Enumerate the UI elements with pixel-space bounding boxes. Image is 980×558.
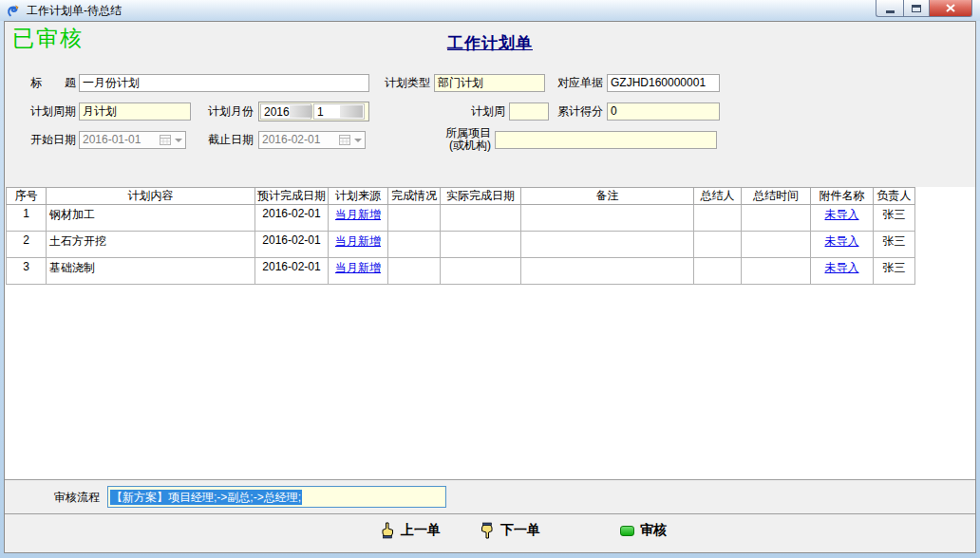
- hand-up-icon: [380, 522, 395, 539]
- plan-table-panel: 序号计划内容预计完成日期计划来源完成情况实际完成日期备注总结人总结时间附件名称负…: [5, 187, 975, 479]
- cell-status: [388, 205, 441, 232]
- minimize-button[interactable]: [876, 0, 903, 17]
- next-doc-button[interactable]: 下一单: [480, 522, 540, 539]
- plan-cycle-input[interactable]: 月计划: [79, 102, 191, 121]
- cell-attachment: 未导入: [811, 258, 874, 285]
- plan-cycle-label: 计划周期: [12, 102, 76, 121]
- attachment-link[interactable]: 未导入: [825, 208, 859, 221]
- plan-week-input[interactable]: [509, 102, 549, 121]
- spinner-buttons-icon[interactable]: [340, 105, 363, 118]
- cell-summarizer: [694, 232, 742, 258]
- cell-owner: 张三: [874, 232, 915, 258]
- cell-owner: 张三: [874, 258, 915, 285]
- calendar-icon: [160, 135, 171, 145]
- plan-type-input[interactable]: 部门计划: [434, 74, 545, 92]
- column-header-expected-date[interactable]: 预计完成日期: [255, 188, 329, 205]
- cell-content: 基础浇制: [47, 258, 255, 285]
- cell-remark: [521, 258, 694, 285]
- cell-actual-date: [441, 232, 521, 258]
- audit-flow-label: 审核流程: [54, 490, 100, 506]
- column-header-source[interactable]: 计划来源: [329, 188, 388, 205]
- cell-actual-date: [441, 205, 521, 232]
- cell-attachment: 未导入: [811, 232, 874, 258]
- start-date-value: 2016-01-01: [83, 132, 160, 148]
- column-header-summary-time[interactable]: 总结时间: [742, 188, 811, 205]
- start-date-label: 开始日期: [12, 131, 76, 149]
- prev-doc-button[interactable]: 上一单: [380, 522, 441, 539]
- header-section: 已审核 工作计划单: [5, 22, 975, 60]
- plan-type-label: 计划类型: [370, 74, 430, 92]
- cell-attachment: 未导入: [811, 205, 874, 232]
- plan-month-year-value: 2016: [261, 105, 290, 119]
- score-input[interactable]: 0: [607, 102, 720, 121]
- audit-button[interactable]: 审核: [620, 522, 667, 539]
- start-date-picker[interactable]: 2016-01-01: [79, 131, 186, 149]
- column-header-remark[interactable]: 备注: [521, 188, 694, 205]
- spinner-buttons-icon[interactable]: [290, 105, 312, 118]
- column-header-seq[interactable]: 序号: [7, 188, 47, 205]
- cell-summarizer: [694, 258, 742, 285]
- plan-month-month-value: 1: [314, 105, 340, 119]
- project-input[interactable]: [495, 131, 717, 149]
- plan-month-year-spinner[interactable]: 2016: [260, 103, 311, 120]
- dropdown-arrow-icon[interactable]: [354, 139, 362, 142]
- source-link[interactable]: 当月新增: [335, 261, 381, 274]
- cell-expected-date: 2016-02-01: [255, 205, 329, 232]
- app-icon[interactable]: [7, 4, 21, 18]
- dropdown-arrow-icon[interactable]: [175, 139, 182, 142]
- score-label: 累计得分: [548, 102, 603, 121]
- cell-source: 当月新增: [329, 258, 388, 285]
- source-link[interactable]: 当月新增: [335, 208, 381, 221]
- column-header-owner[interactable]: 负责人: [874, 188, 915, 205]
- end-date-label: 截止日期: [191, 131, 254, 149]
- title-input[interactable]: 一月份计划: [79, 74, 369, 92]
- cell-seq: 3: [7, 258, 47, 285]
- cell-source: 当月新增: [329, 232, 388, 258]
- attachment-link[interactable]: 未导入: [825, 261, 859, 274]
- column-header-actual-date[interactable]: 实际完成日期: [441, 188, 521, 205]
- doc-no-input[interactable]: GZJHD160000001: [607, 74, 720, 92]
- end-date-picker[interactable]: 2016-02-01: [258, 131, 366, 149]
- plan-table: 序号计划内容预计完成日期计划来源完成情况实际完成日期备注总结人总结时间附件名称负…: [6, 187, 915, 285]
- plan-week-label: 计划周: [437, 102, 505, 121]
- cell-owner: 张三: [874, 205, 915, 232]
- titlebar: 工作计划单-待总结: [0, 0, 980, 21]
- hand-down-icon: [480, 522, 495, 539]
- cell-summarizer: [694, 205, 742, 232]
- cell-summary-time: [742, 258, 811, 285]
- column-header-content[interactable]: 计划内容: [47, 188, 255, 205]
- end-date-value: 2016-02-01: [262, 132, 339, 148]
- cell-source: 当月新增: [329, 205, 388, 232]
- client-area: 已审核 工作计划单 标 题 一月份计划 计划类型 部门计划 对应单据 GZJHD…: [4, 21, 976, 553]
- cell-seq: 1: [7, 205, 47, 232]
- table-header-row: 序号计划内容预计完成日期计划来源完成情况实际完成日期备注总结人总结时间附件名称负…: [7, 188, 915, 205]
- title-label: 标 题: [12, 74, 76, 92]
- window-title: 工作计划单-待总结: [27, 3, 122, 19]
- cell-seq: 2: [7, 232, 47, 258]
- table-row: 1钢材加工2016-02-01当月新增未导入张三: [7, 205, 915, 232]
- close-button[interactable]: [930, 0, 972, 17]
- attachment-link[interactable]: 未导入: [825, 234, 859, 248]
- audit-flow-input[interactable]: 【新方案】项目经理;->副总;->总经理;: [107, 486, 446, 508]
- plan-month-month-spinner[interactable]: 1: [313, 103, 365, 120]
- cell-status: [388, 232, 441, 258]
- column-header-attachment[interactable]: 附件名称: [811, 188, 874, 205]
- bottom-toolbar: 上一单 下一单 审核: [5, 514, 975, 552]
- audit-flow-section: 审核流程 【新方案】项目经理;->副总;->总经理;: [5, 479, 975, 514]
- maximize-button[interactable]: [903, 0, 930, 17]
- cell-expected-date: 2016-02-01: [255, 258, 329, 285]
- minimize-icon: [886, 10, 895, 13]
- source-link[interactable]: 当月新增: [335, 234, 381, 248]
- audit-green-icon: [620, 526, 634, 536]
- cell-content: 土石方开挖: [47, 232, 255, 258]
- column-header-status[interactable]: 完成情况: [388, 188, 441, 205]
- close-icon: [946, 4, 955, 12]
- audit-flow-value: 【新方案】项目经理;->副总;->总经理;: [110, 490, 302, 505]
- maximize-icon: [912, 5, 921, 12]
- table-row: 2土石方开挖2016-02-01当月新增未导入张三: [7, 232, 915, 258]
- column-header-summarizer[interactable]: 总结人: [694, 188, 742, 205]
- cell-summary-time: [742, 205, 811, 232]
- cell-status: [388, 258, 441, 285]
- page-title: 工作计划单: [5, 32, 975, 54]
- plan-month-spinner[interactable]: 2016 1: [258, 102, 369, 121]
